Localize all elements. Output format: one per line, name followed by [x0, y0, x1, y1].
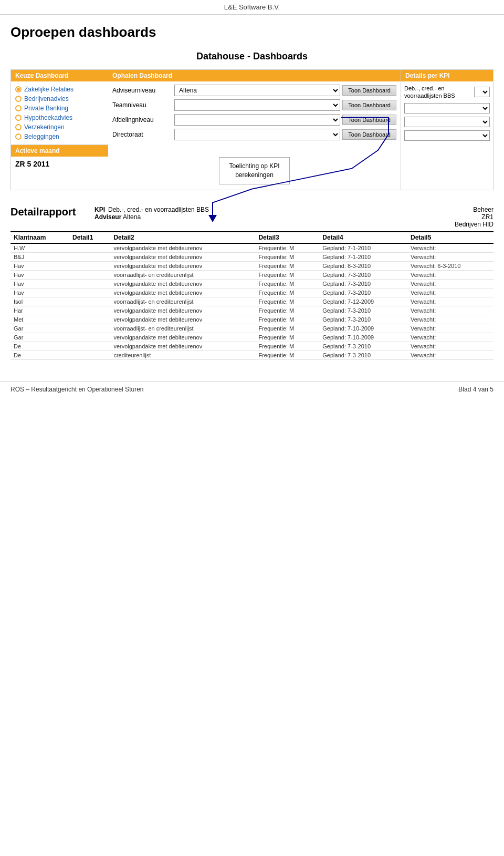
cell-detail4: Gepland: 7-3-2010	[319, 306, 407, 315]
table-row: H.Wvervolgpandakte met debiteurenovFrequ…	[10, 243, 494, 253]
cell-detail5: Verwacht:	[407, 315, 494, 324]
cell-detail3: Frequentie: M	[255, 342, 319, 350]
details-select-4[interactable]	[404, 130, 490, 141]
detail-adviseur-line: Adviseur Altena	[94, 213, 444, 221]
keuze-label-hypotheek: Hypotheekadvies	[24, 114, 72, 121]
cell-detail1	[69, 342, 110, 350]
details-panel: Details per KPI Deb.-, cred.- en voorraa…	[401, 70, 493, 190]
col-detail5: Detail5	[407, 232, 494, 243]
cell-detail4: Gepland: 7-3-2010	[319, 279, 407, 288]
cell-detail4: Gepland: 7-3-2010	[319, 288, 407, 297]
keuze-item-hypotheek[interactable]: Hypotheekadvies	[15, 113, 104, 122]
ophalen-row-3: Afdelingniveau Toon Dashboard	[112, 114, 396, 126]
detail-kpi-label: KPI	[94, 206, 105, 213]
keuze-label-verzekering: Verzekeringen	[24, 123, 65, 131]
keuze-header: Keuze Dashboard	[11, 70, 108, 81]
cell-klantnaam: Hav	[10, 261, 69, 270]
toelichting-btn[interactable]: Toelichting op KPIberekeningen	[219, 157, 289, 184]
keuze-item-verzekering[interactable]: Verzekeringen	[15, 122, 104, 132]
keuze-item-private[interactable]: Private Banking	[15, 104, 104, 113]
cell-detail4: Gepland: 7-1-2010	[319, 252, 407, 261]
cell-detail5: Verwacht:	[407, 270, 494, 279]
detail-adviseur-label: Adviseur	[94, 213, 121, 221]
detail-top-row: Detailrapport KPI Deb.-, cred.- en voorr…	[10, 206, 494, 228]
details-select-3[interactable]	[404, 117, 490, 127]
cell-detail4: Gepland: 7-10-2009	[319, 324, 407, 333]
toon-btn-2[interactable]: Toon Dashboard	[342, 100, 396, 110]
detail-bedrijven-label: Bedrijven HID	[455, 221, 494, 228]
details-select-1[interactable]	[474, 87, 490, 97]
cell-klantnaam: Met	[10, 315, 69, 324]
cell-detail5: Verwacht:	[407, 243, 494, 253]
dashboard-area: Keuze Dashboard Zakelijke Relaties Bedri…	[10, 69, 494, 190]
radio-beleggen	[15, 133, 22, 140]
cell-detail1	[69, 306, 110, 315]
cell-detail3: Frequentie: M	[255, 261, 319, 270]
cell-detail2: voorraadlijst- en crediteurenlijst	[110, 297, 255, 306]
cell-detail1	[69, 279, 110, 288]
table-row: B&Jvervolgpandakte met debiteurenovFrequ…	[10, 252, 494, 261]
ophalen-select-3[interactable]	[174, 114, 340, 126]
detail-kpi-line: KPI Deb.-, cred.- en voorraadlijsten BBS	[94, 206, 444, 213]
page-footer: ROS – Resultaatgericht en Operationeel S…	[0, 381, 504, 397]
ophalen-select-2[interactable]	[174, 99, 340, 111]
page-title: Oproepen dashboards	[0, 15, 504, 46]
ophalen-select-1[interactable]: Altena	[174, 85, 340, 96]
cell-klantnaam: Gar	[10, 324, 69, 333]
radio-zakelijk	[15, 86, 22, 92]
radio-verzekering	[15, 124, 22, 130]
keuze-item-zakelijk[interactable]: Zakelijke Relaties	[15, 85, 104, 94]
keuze-label-bedrijven: Bedrijvenadvies	[24, 95, 69, 102]
detail-meta: KPI Deb.-, cred.- en voorraadlijsten BBS…	[94, 206, 444, 221]
ophalen-panel: Ophalen Dashboard Adviseurniveau Altena …	[108, 70, 401, 190]
ophalen-label-4: Directoraat	[112, 131, 170, 138]
cell-detail3: Frequentie: M	[255, 252, 319, 261]
cell-detail5: Verwacht: 6-3-2010	[407, 261, 494, 270]
cell-detail5: Verwacht:	[407, 288, 494, 297]
details-text-1: Deb.-, cred.- en voorraadlijsten BBS	[404, 85, 472, 100]
cell-detail1	[69, 261, 110, 270]
toon-btn-4[interactable]: Toon Dashboard	[342, 129, 396, 140]
cell-detail2: crediteurenlijst	[110, 350, 255, 359]
detail-kpi-value: Deb.-, cred.- en voorraadlijsten BBS	[108, 206, 209, 213]
footer-right: Blad 4 van 5	[458, 386, 494, 393]
ophalen-label-2: Teamniveau	[112, 101, 170, 109]
toon-btn-1[interactable]: Toon Dashboard	[342, 85, 396, 96]
cell-detail1	[69, 350, 110, 359]
cell-detail5: Verwacht:	[407, 333, 494, 342]
ophalen-select-4[interactable]	[174, 129, 340, 140]
section-title: Datahouse - Dashboards	[10, 46, 494, 69]
col-detail4: Detail4	[319, 232, 407, 243]
top-header: L&E Software B.V.	[0, 0, 504, 15]
keuze-panel: Keuze Dashboard Zakelijke Relaties Bedri…	[11, 70, 108, 145]
table-row: Havvervolgpandakte met debiteurenovFrequ…	[10, 261, 494, 270]
toon-btn-3[interactable]: Toon Dashboard	[342, 115, 396, 125]
details-select-2[interactable]	[404, 103, 490, 114]
cell-detail2: vervolgpandakte met debiteurenov	[110, 261, 255, 270]
details-row-2	[404, 103, 490, 114]
cell-detail2: vervolgpandakte met debiteurenov	[110, 288, 255, 297]
radio-hypotheek	[15, 115, 22, 121]
cell-klantnaam: De	[10, 342, 69, 350]
ophalen-select-wrap-4: Toon Dashboard	[174, 129, 396, 140]
col-klantnaam: Klantnaam	[10, 232, 69, 243]
details-rows: Deb.-, cred.- en voorraadlijsten BBS	[401, 81, 493, 147]
ophalen-rows: Adviseurniveau Altena Toon Dashboard Tea…	[108, 81, 401, 147]
ophalen-row-2: Teamniveau Toon Dashboard	[112, 99, 396, 111]
keuze-item-bedrijven[interactable]: Bedrijvenadvies	[15, 94, 104, 104]
actieve-content: ZR 5 2011	[11, 157, 108, 171]
ophalen-select-wrap-2: Toon Dashboard	[174, 99, 396, 111]
col-detail3: Detail3	[255, 232, 319, 243]
cell-detail1	[69, 324, 110, 333]
keuze-item-beleggen[interactable]: Beleggingen	[15, 132, 104, 141]
cell-detail1	[69, 315, 110, 324]
cell-detail2: vervolgpandakte met debiteurenov	[110, 243, 255, 253]
cell-detail1	[69, 288, 110, 297]
cell-detail1	[69, 297, 110, 306]
cell-detail4: Gepland: 7-3-2010	[319, 315, 407, 324]
cell-detail4: Gepland: 7-12-2009	[319, 297, 407, 306]
cell-detail3: Frequentie: M	[255, 333, 319, 342]
cell-detail3: Frequentie: M	[255, 306, 319, 315]
details-row-3	[404, 117, 490, 127]
detail-beheer-label: Beheer	[455, 206, 494, 213]
